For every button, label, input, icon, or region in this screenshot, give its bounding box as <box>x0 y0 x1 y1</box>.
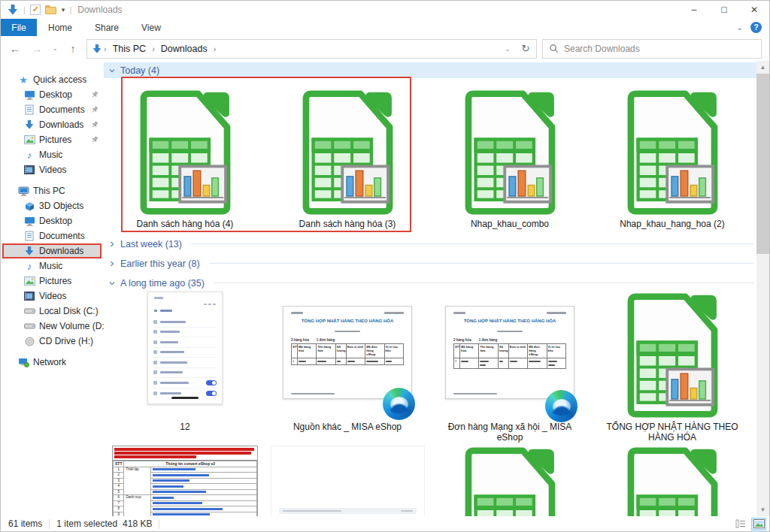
maximize-button[interactable]: ☐ <box>709 1 739 19</box>
sidebar-qa-music[interactable]: ♪ Music <box>1 147 104 162</box>
cd-drive-icon <box>23 335 35 347</box>
libreoffice-calc-icon <box>624 89 720 216</box>
scroll-down-icon[interactable]: ▼ <box>756 503 769 516</box>
file-name: Đơn hàng Mạng xã hội _ MISA eShop <box>438 422 581 443</box>
phone-screenshot-thumbnail <box>147 292 223 404</box>
tab-share[interactable]: Share <box>83 19 130 36</box>
group-header-today[interactable]: Today (4) <box>104 62 756 78</box>
scrollbar-thumb[interactable] <box>756 74 769 254</box>
up-button[interactable]: ↑ <box>65 43 81 55</box>
breadcrumb[interactable]: › This PC › Downloads › ⌄ ↻ <box>86 39 537 59</box>
sidebar-local-disk-c[interactable]: Local Disk (C:) <box>1 304 104 319</box>
help-icon[interactable]: ? <box>750 22 762 33</box>
details-view-button[interactable] <box>733 518 748 530</box>
file-name: Danh sách hàng hóa (4) <box>137 219 234 229</box>
file-tile[interactable]: TỔNG HỢP NHẬT HÀNG THEO HÀNG HÓA 2 hàng … <box>266 290 429 443</box>
collapse-group-icon[interactable] <box>108 280 116 287</box>
refresh-icon[interactable]: ↻ <box>517 43 535 54</box>
file-tile[interactable]: Danh sách hàng hóa (4) <box>104 78 266 229</box>
file-tile[interactable] <box>591 446 753 516</box>
file-name: Nguồn khác _ MISA eShop <box>293 422 402 432</box>
file-tile[interactable]: STTThông tin convert eShop v2 1Thiết lập… <box>104 446 266 516</box>
pin-icon <box>91 91 99 98</box>
file-tile[interactable]: TỔNG HỢP NHẬT HÀNG THEO HÀNG HÓA 2 hàng … <box>429 290 591 443</box>
ribbon-expand-icon[interactable]: ⌄ <box>737 23 743 32</box>
properties-icon[interactable]: ✓ <box>30 5 41 15</box>
downloads-folder-icon <box>92 44 102 54</box>
group-header-a-long-time-ago[interactable]: A long time ago (35) <box>104 275 756 291</box>
file-tile[interactable]: Danh sách hàng hóa (3) <box>266 78 429 229</box>
sidebar-pc-desktop[interactable]: Desktop <box>1 213 104 228</box>
tab-file[interactable]: File <box>1 19 37 36</box>
sidebar-quick-access[interactable]: ★ Quick access <box>1 72 104 87</box>
pin-icon <box>91 106 99 113</box>
sidebar-3d-objects[interactable]: 3D Objects <box>1 198 104 213</box>
file-tile[interactable]: TỔNG HỢP NHẬT HÀNG THEO HÀNG HÓA <box>591 290 753 443</box>
sidebar-this-pc[interactable]: This PC <box>1 183 104 198</box>
tab-view[interactable]: View <box>130 19 172 36</box>
sidebar-qa-desktop[interactable]: Desktop <box>1 87 104 102</box>
sidebar-network[interactable]: Network <box>1 355 104 370</box>
file-tile[interactable]: Nhap_khau_hang_hoa (2) <box>591 78 753 229</box>
collapse-group-icon[interactable] <box>108 67 116 74</box>
recent-locations-icon[interactable]: ⌄ <box>50 45 59 52</box>
sidebar-pc-videos[interactable]: Videos <box>1 289 104 304</box>
expand-group-icon[interactable] <box>108 240 116 248</box>
microsoft-edge-icon <box>383 388 415 420</box>
forward-button[interactable]: → <box>29 43 45 55</box>
sidebar-pc-documents[interactable]: Documents <box>1 228 104 243</box>
today-files-row: Danh sách hàng hóa (4) Danh sách hàng hó… <box>104 78 753 229</box>
quick-access-toolbar: | ✓ ▾ | <box>1 4 71 16</box>
explorer-window: | ✓ ▾ | Downloads – ☐ ✕ File Home Share … <box>0 0 770 532</box>
sidebar-new-volume-d[interactable]: New Volume (D:) <box>1 319 104 334</box>
group-header-last-week[interactable]: Last week (13) <box>104 236 756 252</box>
thumbnail-view-icon <box>753 519 765 528</box>
file-tile[interactable]: Nhap_khau_combo <box>429 78 591 229</box>
expand-group-icon[interactable] <box>108 260 116 268</box>
status-bar: 61 items 1 item selected 418 KB <box>1 516 769 531</box>
back-button[interactable]: ← <box>7 43 23 55</box>
network-icon <box>17 356 29 368</box>
new-folder-icon[interactable] <box>45 5 57 15</box>
sidebar-pc-music[interactable]: ♪ Music <box>1 258 104 274</box>
libreoffice-calc-icon <box>624 292 720 419</box>
sidebar-qa-documents[interactable]: Documents <box>1 102 104 117</box>
thumbnail-view-button[interactable] <box>751 518 766 530</box>
sidebar-pc-downloads[interactable]: Downloads <box>2 243 102 258</box>
cube-icon <box>23 200 35 212</box>
file-tile[interactable] <box>429 446 591 516</box>
group-header-earlier-this-year[interactable]: Earlier this year (8) <box>104 255 756 271</box>
sidebar-pc-pictures[interactable]: Pictures <box>1 274 104 289</box>
close-button[interactable]: ✕ <box>739 1 769 19</box>
pin-icon <box>91 121 99 128</box>
music-icon: ♪ <box>23 260 35 272</box>
address-dropdown-icon[interactable]: ⌄ <box>499 45 517 53</box>
videos-icon <box>23 290 35 302</box>
crumb-separator-icon: › <box>104 44 107 53</box>
breadcrumb-this-pc[interactable]: This PC <box>108 44 150 54</box>
window-title: Downloads <box>77 5 122 15</box>
sidebar-qa-videos[interactable]: Videos <box>1 162 104 177</box>
sidebar-qa-pictures[interactable]: Pictures <box>1 132 104 147</box>
minimize-button[interactable]: – <box>679 1 709 19</box>
search-box <box>542 39 762 59</box>
scroll-up-icon[interactable]: ▲ <box>756 61 769 74</box>
file-tile[interactable]: 12 <box>104 290 266 443</box>
libreoffice-calc-icon <box>299 89 396 216</box>
breadcrumb-downloads[interactable]: Downloads <box>156 44 212 54</box>
sidebar-qa-downloads[interactable]: Downloads <box>1 117 104 132</box>
vertical-scrollbar[interactable]: ▲ ▼ <box>756 61 769 516</box>
document-icon <box>23 104 35 116</box>
crumb-separator-icon: › <box>152 44 155 53</box>
file-tile[interactable] <box>266 446 429 516</box>
toggle-on-icon <box>206 380 217 386</box>
selection-count: 1 item selected <box>56 518 117 529</box>
computer-icon <box>17 185 29 197</box>
drive-icon <box>23 320 35 332</box>
search-input[interactable] <box>564 44 755 54</box>
sidebar-cd-drive-h[interactable]: CD Drive (H:) <box>1 334 104 349</box>
qat-dropdown-icon[interactable]: ▾ <box>62 6 65 14</box>
tab-home[interactable]: Home <box>37 19 83 36</box>
items-count: 61 items <box>8 518 42 529</box>
downloads-window-icon <box>7 4 19 16</box>
